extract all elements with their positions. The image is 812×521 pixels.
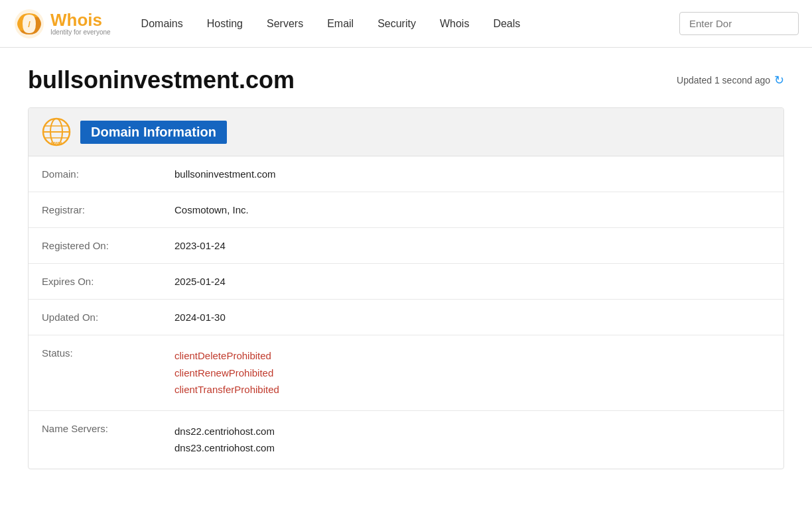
logo-whois-text: Whois xyxy=(50,11,111,29)
logo-tagline-text: Identity for everyone xyxy=(50,29,111,36)
field-value-status: clientDeleteProhibited clientRenewProhib… xyxy=(161,335,783,411)
field-label-updated-on: Updated On: xyxy=(29,300,161,335)
logo-text: Whois Identity for everyone xyxy=(50,11,111,36)
field-label-domain: Domain: xyxy=(29,156,161,192)
svg-text:www: www xyxy=(50,141,62,145)
updated-row: Updated 1 second ago ↻ xyxy=(677,73,784,87)
nameserver-line-1: dns22.centriohost.com xyxy=(174,423,770,440)
nav-hosting[interactable]: Hosting xyxy=(196,13,253,35)
svg-text:/: / xyxy=(28,19,31,29)
domain-title-row: bullsoninvestment.com Updated 1 second a… xyxy=(28,66,784,94)
nav-servers[interactable]: Servers xyxy=(256,13,314,35)
status-line-3: clientTransferProhibited xyxy=(174,381,770,398)
nav-domains[interactable]: Domains xyxy=(131,13,194,35)
field-label-registered-on: Registered On: xyxy=(29,228,161,264)
updated-text: Updated 1 second ago xyxy=(677,75,770,86)
table-row: Name Servers: dns22.centriohost.com dns2… xyxy=(29,410,783,469)
nameserver-line-2: dns23.centriohost.com xyxy=(174,439,770,457)
table-row: Status: clientDeleteProhibited clientRen… xyxy=(29,335,783,411)
domain-search-input[interactable] xyxy=(679,12,799,35)
table-row: Updated On: 2024-01-30 xyxy=(29,300,783,335)
nav-email[interactable]: Email xyxy=(316,13,364,35)
nav-links: Domains Hosting Servers Email Security W… xyxy=(131,13,679,35)
field-value-registrar: Cosmotown, Inc. xyxy=(161,192,783,228)
table-row: Registered On: 2023-01-24 xyxy=(29,228,783,264)
field-value-expires-on: 2025-01-24 xyxy=(161,264,783,300)
nav-whois[interactable]: Whois xyxy=(429,13,480,35)
field-value-nameservers: dns22.centriohost.com dns23.centriohost.… xyxy=(161,410,783,469)
domain-title: bullsoninvestment.com xyxy=(28,66,295,94)
status-line-1: clientDeleteProhibited xyxy=(174,347,770,365)
logo-link[interactable]: / Whois Identity for everyone xyxy=(13,8,111,40)
field-value-updated-on: 2024-01-30 xyxy=(161,300,783,335)
info-table: Domain: bullsoninvestment.com Registrar:… xyxy=(29,156,783,469)
table-row: Expires On: 2025-01-24 xyxy=(29,264,783,300)
navbar: / Whois Identity for everyone Domains Ho… xyxy=(0,0,812,48)
field-label-expires-on: Expires On: xyxy=(29,264,161,300)
field-value-domain: bullsoninvestment.com xyxy=(161,156,783,192)
nav-security[interactable]: Security xyxy=(367,13,427,35)
status-line-2: clientRenewProhibited xyxy=(174,365,770,382)
refresh-icon[interactable]: ↻ xyxy=(774,73,784,87)
nav-deals[interactable]: Deals xyxy=(482,13,531,35)
card-header: www Domain Information xyxy=(29,108,783,156)
www-icon: www xyxy=(42,117,71,146)
field-label-registrar: Registrar: xyxy=(29,192,161,228)
field-label-nameservers: Name Servers: xyxy=(29,410,161,469)
table-row: Registrar: Cosmotown, Inc. xyxy=(29,192,783,228)
field-label-status: Status: xyxy=(29,335,161,411)
card-section-title: Domain Information xyxy=(80,121,227,144)
logo-icon: / xyxy=(13,8,45,40)
domain-info-card: www Domain Information Domain: bullsonin… xyxy=(28,107,784,469)
table-row: Domain: bullsoninvestment.com xyxy=(29,156,783,192)
field-value-registered-on: 2023-01-24 xyxy=(161,228,783,264)
main-content: bullsoninvestment.com Updated 1 second a… xyxy=(15,48,797,496)
